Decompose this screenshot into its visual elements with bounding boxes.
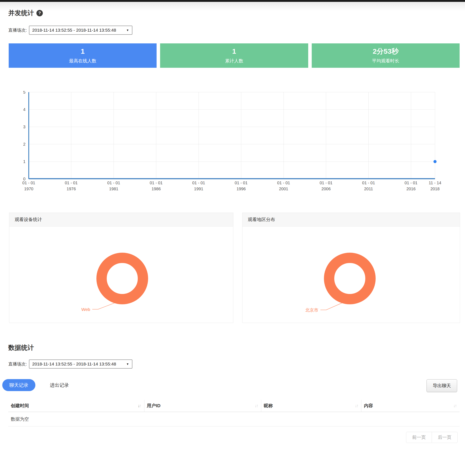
device-donut-chart: Web — [9, 227, 233, 323]
svg-text:3: 3 — [23, 125, 25, 129]
svg-text:01 - 01: 01 - 01 — [362, 181, 375, 185]
table-header-row: 创建时间↓↑用户ID↓↑昵称↓↑内容↓↑ — [8, 400, 460, 412]
session-select-label: 直播场次: — [8, 361, 27, 367]
svg-text:1: 1 — [23, 159, 25, 164]
donut-slice-label: Web — [81, 307, 90, 312]
svg-text:2001: 2001 — [279, 187, 288, 191]
chat-records-table: 创建时间↓↑用户ID↓↑昵称↓↑内容↓↑ 数据为空 — [8, 400, 460, 426]
help-icon[interactable]: ? — [36, 10, 43, 16]
session-select-label: 直播场次: — [8, 27, 27, 33]
sort-arrows-icon: ↓↑ — [355, 403, 358, 408]
column-header-label: 昵称 — [264, 403, 273, 409]
svg-text:1991: 1991 — [194, 187, 203, 191]
column-header-label: 内容 — [364, 403, 373, 409]
region-donut-chart: 北京市 — [243, 227, 460, 323]
sort-arrows-icon: ↓↑ — [138, 403, 141, 408]
donut-slice-label: 北京市 — [305, 308, 318, 312]
svg-text:2016: 2016 — [406, 187, 416, 191]
svg-text:01 - 01: 01 - 01 — [107, 181, 120, 185]
svg-text:4: 4 — [23, 107, 25, 112]
svg-text:1976: 1976 — [67, 187, 76, 191]
svg-text:1996: 1996 — [236, 187, 246, 191]
svg-text:1981: 1981 — [109, 187, 118, 191]
tab-chat-records[interactable]: 聊天记录 — [2, 379, 35, 391]
device-panel-title: 观看设备统计 — [9, 213, 233, 227]
record-tabs: 聊天记录 进出记录 — [2, 379, 69, 391]
stat-value: 1 — [160, 47, 308, 56]
svg-text:01 - 01: 01 - 01 — [65, 181, 78, 185]
table-empty-row: 数据为空 — [8, 412, 460, 426]
chevron-down-icon: ▼ — [126, 29, 129, 32]
region-panel: 观看地区分布 北京市 — [242, 213, 460, 323]
page: 并发统计 ? 直播场次: 2018-11-14 13:52:55 - 2018-… — [0, 0, 465, 476]
chevron-down-icon: ▼ — [126, 362, 129, 366]
stat-value: 1 — [9, 47, 157, 56]
pagination: 前一页 后一页 — [406, 432, 458, 443]
session-picker-row-2: 直播场次: 2018-11-14 13:52:55 - 2018-11-14 1… — [8, 359, 132, 369]
top-fade — [0, 2, 465, 11]
svg-text:2018: 2018 — [431, 187, 440, 191]
device-panel: 观看设备统计 Web — [9, 213, 233, 323]
page-title: 并发统计 ? — [8, 9, 43, 17]
stat-label: 平均观看时长 — [312, 58, 460, 64]
svg-text:2: 2 — [23, 142, 25, 146]
column-header-3[interactable]: 昵称↓↑ — [261, 400, 361, 412]
svg-text:11 - 14: 11 - 14 — [429, 181, 441, 185]
session-select-2[interactable]: 2018-11-14 13:52:55 - 2018-11-14 13:55:4… — [29, 359, 132, 369]
svg-text:01 - 01: 01 - 01 — [405, 181, 417, 185]
tab-inout-records[interactable]: 进出记录 — [50, 382, 69, 388]
sort-arrows-icon: ↓↑ — [453, 403, 456, 408]
svg-text:01 - 01: 01 - 01 — [277, 181, 290, 185]
session-select[interactable]: 2018-11-14 13:52:55 - 2018-11-14 13:55:4… — [29, 26, 132, 35]
stat-label: 累计人数 — [160, 58, 308, 64]
svg-text:1986: 1986 — [152, 187, 161, 191]
session-select-value: 2018-11-14 13:52:55 - 2018-11-14 13:55:4… — [32, 28, 116, 33]
svg-text:2006: 2006 — [321, 187, 331, 191]
column-header-4[interactable]: 内容↓↑ — [361, 400, 460, 412]
svg-text:1970: 1970 — [24, 187, 33, 191]
export-chat-button[interactable]: 导出聊天 — [426, 379, 457, 392]
prev-page-button[interactable]: 前一页 — [406, 432, 432, 443]
svg-text:01 - 01: 01 - 01 — [320, 181, 332, 185]
data-section-title: 数据统计 — [8, 343, 34, 352]
stat-cards: 1 最高在线人数 1 累计人数 2分53秒 平均观看时长 — [9, 43, 460, 68]
session-select-value: 2018-11-14 13:52:55 - 2018-11-14 13:55:4… — [32, 362, 116, 366]
svg-text:01 - 01: 01 - 01 — [22, 181, 35, 185]
stat-value: 2分53秒 — [312, 47, 460, 56]
top-edge-bar — [0, 0, 465, 2]
svg-text:01 - 01: 01 - 01 — [192, 181, 205, 185]
stat-card-max-online: 1 最高在线人数 — [9, 43, 157, 68]
column-header-1[interactable]: 创建时间↓↑ — [8, 400, 144, 412]
stat-card-avg-duration: 2分53秒 平均观看时长 — [312, 43, 460, 68]
stat-card-total-viewers: 1 累计人数 — [160, 43, 308, 68]
stat-label: 最高在线人数 — [9, 58, 157, 64]
concurrency-line-chart: 01234501 - 01197001 - 01197601 - 0119810… — [0, 91, 465, 200]
svg-text:01 - 01: 01 - 01 — [150, 181, 163, 185]
svg-text:2011: 2011 — [364, 187, 373, 191]
svg-text:01 - 01: 01 - 01 — [235, 181, 248, 185]
column-header-2[interactable]: 用户ID↓↑ — [144, 400, 261, 412]
column-header-label: 创建时间 — [11, 403, 29, 409]
region-panel-title: 观看地区分布 — [243, 213, 460, 227]
svg-text:5: 5 — [23, 91, 25, 94]
next-page-button[interactable]: 后一页 — [432, 432, 458, 443]
sort-arrows-icon: ↓↑ — [255, 403, 258, 408]
session-picker-row: 直播场次: 2018-11-14 13:52:55 - 2018-11-14 1… — [8, 26, 132, 35]
page-title-text: 并发统计 — [8, 9, 34, 17]
column-header-label: 用户ID — [147, 403, 160, 409]
